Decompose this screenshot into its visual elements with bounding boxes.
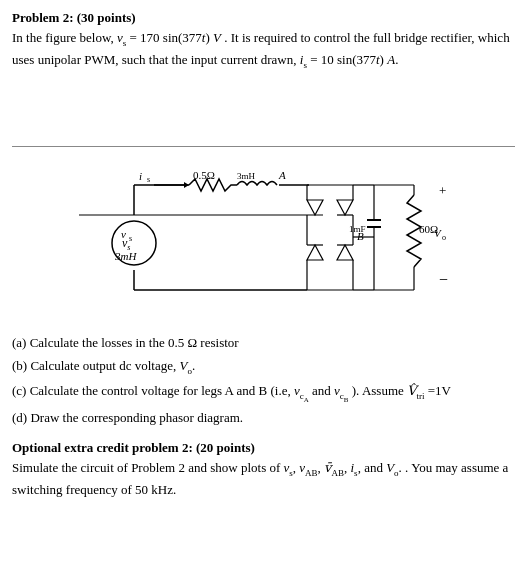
svg-text:0.5Ω: 0.5Ω (193, 169, 215, 181)
optional-section: Optional extra credit problem 2: (20 poi… (12, 440, 515, 500)
divider (12, 146, 515, 147)
question-b: (b) Calculate output dc voltage, Vo. (12, 355, 515, 379)
is-eq: = 10 sin(377t) A. (310, 52, 398, 67)
svg-text:A: A (278, 169, 286, 181)
svg-text:3mH: 3mH (237, 171, 256, 181)
is-var: is (300, 52, 307, 67)
optional-text: Simulate the circuit of Problem 2 and sh… (12, 458, 515, 500)
question-d: (d) Draw the corresponding phasor diagra… (12, 407, 515, 429)
svg-text:s: s (129, 234, 132, 243)
svg-text:+: + (439, 183, 446, 198)
svg-text:o: o (442, 233, 446, 242)
svg-marker-17 (307, 245, 323, 260)
problem-header: Problem 2: (30 points) (12, 10, 515, 26)
circuit-svg: v s i s 0.5Ω A (79, 165, 449, 310)
vs-equals: = 170 sin(377t) V (129, 30, 221, 45)
svg-marker-13 (307, 200, 323, 215)
optional-header: Optional extra credit problem 2: (20 poi… (12, 440, 515, 456)
problem-description: In the figure below, vs = 170 sin(377t) … (12, 28, 515, 72)
desc-mid: . It is required to control the full bri… (224, 30, 509, 45)
svg-marker-9 (184, 182, 189, 188)
empty-space-top (12, 76, 515, 136)
questions-section: (a) Calculate the losses in the 0.5 Ω re… (12, 332, 515, 429)
svg-text:s: s (147, 175, 150, 184)
question-a: (a) Calculate the losses in the 0.5 Ω re… (12, 332, 515, 354)
svg-text:3mH: 3mH (114, 250, 137, 262)
problem-section: Problem 2: (30 points) In the figure bel… (12, 10, 515, 499)
svg-text:1mF: 1mF (349, 224, 366, 234)
svg-marker-15 (337, 200, 353, 215)
circuit-diagram: v s i s 0.5Ω A (12, 157, 515, 318)
svg-marker-19 (337, 245, 353, 260)
vs-var: vs (117, 30, 126, 45)
svg-text:−: − (439, 271, 448, 288)
desc-part1: In the figure below, (12, 30, 114, 45)
desc-line2: uses unipolar PWM, such that the input c… (12, 52, 297, 67)
svg-text:V: V (434, 227, 442, 239)
question-c: (c) Calculate the control voltage for le… (12, 380, 515, 406)
svg-text:i: i (139, 170, 142, 182)
